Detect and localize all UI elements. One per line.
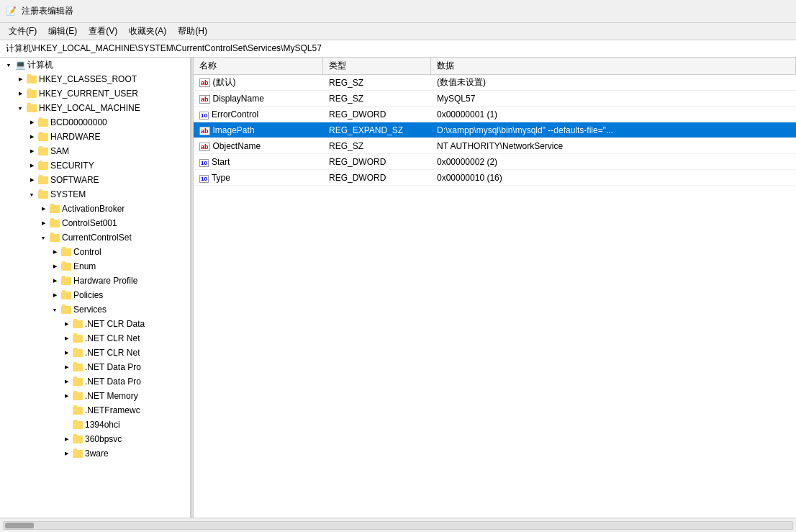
folder-icon: [72, 333, 83, 343]
value-name-displayname: abDisplayName: [194, 92, 323, 105]
tree-node-sam[interactable]: SAM: [0, 144, 190, 158]
tree-node-net_clr_data[interactable]: .NET CLR Data: [0, 317, 190, 331]
tree-node-policies[interactable]: Policies: [0, 288, 190, 302]
tree-node-computer[interactable]: 💻计算机: [0, 58, 190, 72]
folder-icon: [37, 146, 49, 156]
expand-arrow-net_memory[interactable]: [60, 390, 72, 402]
tree-node-enum[interactable]: Enum: [0, 259, 190, 274]
menu-help[interactable]: 帮助(H): [172, 24, 213, 39]
registry-tree[interactable]: 💻计算机HKEY_CLASSES_ROOTHKEY_CURRENT_USERHK…: [0, 58, 191, 518]
values-list: ab(默认)REG_SZ(数值未设置)abDisplayNameREG_SZMy…: [194, 75, 796, 186]
tree-node-currentcontrolset[interactable]: CurrentControlSet: [0, 230, 190, 245]
expand-arrow-net_clr_data[interactable]: [60, 318, 72, 330]
value-data-errorcontrol: 0x00000001 (1): [431, 108, 796, 121]
expand-arrow-policies[interactable]: [49, 289, 60, 301]
folder-icon: [37, 175, 49, 185]
menu-view[interactable]: 查看(V): [83, 24, 123, 39]
address-path: 计算机\HKEY_LOCAL_MACHINE\SYSTEM\CurrentCon…: [6, 42, 322, 55]
tree-node-hkey_local_machine[interactable]: HKEY_LOCAL_MACHINE: [0, 101, 190, 115]
expand-arrow-net_clr_net2[interactable]: [60, 347, 72, 359]
menu-edit[interactable]: 编辑(E): [42, 24, 83, 39]
tree-node-services[interactable]: Services: [0, 302, 190, 317]
menu-file[interactable]: 文件(F): [3, 24, 42, 39]
tree-node-security[interactable]: SECURITY: [0, 158, 190, 173]
tree-node-net_data_pro1[interactable]: .NET Data Pro: [0, 360, 190, 374]
tree-node-system[interactable]: SYSTEM: [0, 187, 190, 202]
expand-arrow-control[interactable]: [49, 246, 60, 258]
tree-node-activationbroker[interactable]: ActivationBroker: [0, 202, 190, 216]
tree-node-controlset001[interactable]: ControlSet001: [0, 216, 190, 230]
main-content: 💻计算机HKEY_CLASSES_ROOTHKEY_CURRENT_USERHK…: [0, 58, 796, 518]
tree-label-net_memory: .NET Memory: [85, 391, 138, 401]
tree-label-hkey_current_user: HKEY_CURRENT_USER: [39, 89, 138, 99]
tree-node-360bpsvc[interactable]: 360bpsvc: [0, 432, 190, 446]
bottom-scrollbar[interactable]: [0, 518, 796, 532]
tree-label-net_data_pro2: .NET Data Pro: [85, 377, 141, 387]
expand-arrow-bcd00000000[interactable]: [26, 117, 37, 128]
expand-arrow-computer[interactable]: [3, 59, 14, 71]
values-row-errorcontrol[interactable]: 10ErrorControlREG_DWORD0x00000001 (1): [194, 107, 796, 122]
tree-node-3ware[interactable]: 3ware: [0, 446, 190, 461]
expand-arrow-controlset001[interactable]: [37, 217, 49, 229]
expand-arrow-3ware[interactable]: [60, 448, 72, 459]
folder-icon: [26, 74, 37, 84]
expand-arrow-sam[interactable]: [26, 145, 37, 157]
value-name-text-start: Start: [212, 157, 230, 167]
tree-node-hardware_profiles[interactable]: Hardware Profile: [0, 274, 190, 288]
tree-label-sam: SAM: [50, 146, 69, 156]
folder-icon: [49, 233, 60, 243]
values-row-default[interactable]: ab(默认)REG_SZ(数值未设置): [194, 75, 796, 91]
tree-label-hkey_local_machine: HKEY_LOCAL_MACHINE: [39, 103, 140, 113]
values-row-imagepath[interactable]: abImagePathREG_EXPAND_SZD:\xampp\mysql\b…: [194, 122, 796, 138]
expand-arrow-currentcontrolset[interactable]: [37, 232, 49, 243]
values-row-start[interactable]: 10StartREG_DWORD0x00000002 (2): [194, 154, 796, 170]
tree-node-hkey_classes_root[interactable]: HKEY_CLASSES_ROOT: [0, 72, 190, 86]
expand-arrow-activationbroker[interactable]: [37, 203, 49, 215]
expand-arrow-system[interactable]: [26, 189, 37, 200]
tree-node-software[interactable]: SOFTWARE: [0, 173, 190, 187]
expand-arrow-hardware_profiles[interactable]: [49, 275, 60, 287]
tree-node-hkey_current_user[interactable]: HKEY_CURRENT_USER: [0, 86, 190, 101]
tree-node-hardware[interactable]: HARDWARE: [0, 130, 190, 144]
scrollbar-track[interactable]: [3, 521, 793, 530]
value-type-default: REG_SZ: [323, 76, 431, 89]
values-row-objectname[interactable]: abObjectNameREG_SZNT AUTHORITY\NetworkSe…: [194, 138, 796, 154]
tree-node-netframework[interactable]: .NETFramewc: [0, 403, 190, 418]
expand-arrow-net_clr_net1[interactable]: [60, 333, 72, 344]
menu-bar: 文件(F) 编辑(E) 查看(V) 收藏夹(A) 帮助(H): [0, 23, 796, 40]
tree-node-1394ohci[interactable]: 1394ohci: [0, 418, 190, 432]
value-data-objectname: NT AUTHORITY\NetworkService: [431, 140, 796, 153]
value-type-start: REG_DWORD: [323, 155, 431, 168]
expand-arrow-security[interactable]: [26, 160, 37, 171]
expand-arrow-software[interactable]: [26, 174, 37, 186]
expand-arrow-hkey_classes_root[interactable]: [14, 73, 26, 85]
expand-arrow-net_data_pro1[interactable]: [60, 361, 72, 373]
value-icon-default: ab: [199, 78, 210, 87]
expand-arrow-services[interactable]: [49, 304, 60, 315]
value-name-text-type: Type: [212, 173, 230, 183]
tree-node-net_data_pro2[interactable]: .NET Data Pro: [0, 374, 190, 389]
menu-favorites[interactable]: 收藏夹(A): [123, 24, 172, 39]
expand-arrow-hkey_current_user[interactable]: [14, 88, 26, 99]
app-title: 注册表编辑器: [22, 5, 73, 17]
tree-label-net_clr_data: .NET CLR Data: [85, 319, 145, 329]
values-panel: 名称 类型 数据 ab(默认)REG_SZ(数值未设置)abDisplayNam…: [194, 58, 796, 518]
scrollbar-thumb[interactable]: [5, 523, 34, 528]
values-row-displayname[interactable]: abDisplayNameREG_SZMySQL57: [194, 91, 796, 107]
folder-icon: [72, 391, 83, 401]
expand-arrow-360bpsvc[interactable]: [60, 433, 72, 445]
expand-arrow-enum[interactable]: [49, 261, 60, 272]
values-row-type[interactable]: 10TypeREG_DWORD0x00000010 (16): [194, 170, 796, 186]
tree-node-net_clr_net1[interactable]: .NET CLR Net: [0, 331, 190, 346]
folder-icon: [37, 161, 49, 171]
expand-arrow-net_data_pro2[interactable]: [60, 376, 72, 387]
tree-label-hardware_profiles: Hardware Profile: [73, 276, 137, 286]
tree-node-net_clr_net2[interactable]: .NET CLR Net: [0, 346, 190, 360]
expand-arrow-hardware[interactable]: [26, 131, 37, 143]
value-data-imagepath: D:\xampp\mysql\bin\mysqld" --defaults-fi…: [431, 124, 796, 137]
tree-node-bcd00000000[interactable]: BCD00000000: [0, 115, 190, 130]
expand-arrow-hkey_local_machine[interactable]: [14, 102, 26, 114]
tree-node-control[interactable]: Control: [0, 245, 190, 259]
tree-label-software: SOFTWARE: [50, 175, 99, 185]
tree-node-net_memory[interactable]: .NET Memory: [0, 389, 190, 403]
